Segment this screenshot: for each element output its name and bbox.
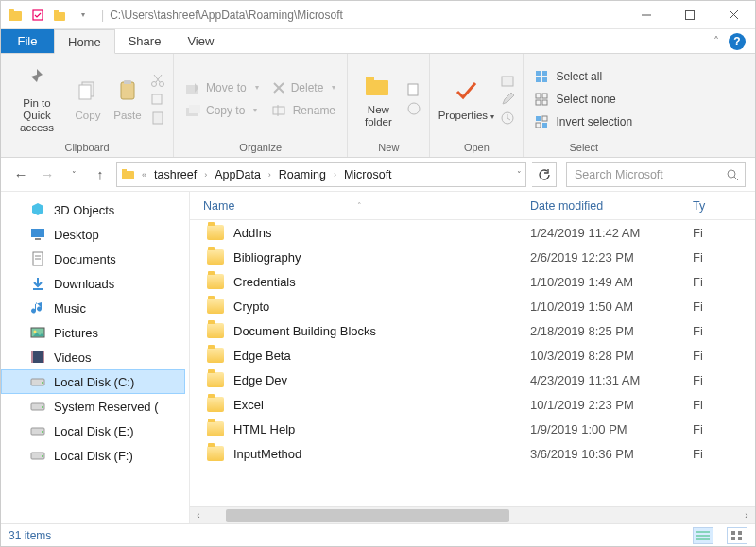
- list-item[interactable]: Document Building Blocks2/18/2019 8:25 P…: [190, 318, 755, 343]
- invert-selection-button[interactable]: Invert selection: [531, 111, 636, 133]
- maximize-button[interactable]: [668, 1, 712, 29]
- new-item-icon[interactable]: [406, 82, 421, 97]
- collapse-ribbon-icon[interactable]: ˄: [713, 35, 719, 48]
- close-button[interactable]: [712, 1, 755, 29]
- tab-share[interactable]: Share: [115, 29, 175, 53]
- svg-rect-42: [536, 123, 541, 128]
- svg-rect-2: [33, 10, 43, 20]
- tab-home[interactable]: Home: [54, 29, 115, 54]
- forward-button[interactable]: →: [37, 164, 58, 185]
- ribbon: Pin to Quick access Copy Paste Clipboard: [1, 54, 755, 158]
- crumb-1[interactable]: AppData: [211, 163, 265, 186]
- list-item[interactable]: AddIns1/24/2019 11:42 AMFi: [190, 220, 755, 245]
- recent-locations-icon[interactable]: ˅: [63, 164, 84, 185]
- open-icon[interactable]: [500, 73, 515, 88]
- list-item[interactable]: Edge Dev4/23/2019 11:31 AMFi: [190, 368, 755, 392]
- tab-file[interactable]: File: [1, 29, 54, 53]
- up-button[interactable]: ↑: [90, 164, 111, 185]
- column-name[interactable]: Name˄: [190, 199, 530, 213]
- easy-access-icon[interactable]: [406, 101, 421, 116]
- address-dropdown-icon[interactable]: ˅: [517, 170, 522, 179]
- nav-item[interactable]: Desktop: [1, 222, 185, 247]
- back-button[interactable]: ←: [10, 164, 31, 185]
- nav-item[interactable]: Music: [1, 296, 185, 320]
- file-list[interactable]: AddIns1/24/2019 11:42 AMFiBibliography2/…: [190, 220, 755, 506]
- svg-rect-49: [35, 238, 41, 240]
- nav-item[interactable]: Pictures: [1, 320, 185, 345]
- details-view-button[interactable]: [693, 527, 713, 544]
- search-input[interactable]: [573, 167, 726, 182]
- chevron-right-icon[interactable]: ›: [202, 170, 209, 179]
- chevron-right-icon[interactable]: ›: [266, 170, 273, 179]
- list-item[interactable]: Crypto1/10/2019 1:50 AMFi: [190, 294, 755, 318]
- delete-button[interactable]: Delete▾: [268, 77, 340, 99]
- svg-rect-57: [31, 351, 33, 363]
- properties-icon[interactable]: [29, 7, 46, 24]
- nav-item[interactable]: Downloads: [1, 271, 185, 296]
- nav-item-label: Local Disk (C:): [54, 375, 134, 389]
- minimize-button[interactable]: [625, 1, 668, 29]
- group-open: Properties▾ Open: [430, 54, 524, 157]
- qat-dropdown-icon[interactable]: ▾: [75, 7, 92, 24]
- copy-to-button[interactable]: Copy to▾: [181, 99, 263, 122]
- column-type[interactable]: Ty: [689, 199, 755, 213]
- qat-newfolder-icon[interactable]: [52, 7, 69, 24]
- folder-icon: [207, 299, 224, 314]
- paste-button[interactable]: Paste: [111, 72, 145, 126]
- nav-item[interactable]: Local Disk (F:): [1, 443, 185, 468]
- column-headers: Name˄ Date modified Ty: [190, 192, 755, 220]
- copy-path-icon[interactable]: [150, 92, 165, 107]
- nav-item-label: 3D Objects: [54, 203, 114, 217]
- cut-icon[interactable]: [150, 73, 165, 88]
- nav-item[interactable]: Documents: [1, 247, 185, 271]
- column-date[interactable]: Date modified: [530, 199, 689, 213]
- nav-item-label: Local Disk (E:): [54, 424, 134, 438]
- paste-shortcut-icon[interactable]: [150, 111, 165, 126]
- edit-icon[interactable]: [500, 92, 515, 107]
- svg-rect-17: [152, 94, 162, 104]
- nav-item[interactable]: 3D Objects: [1, 197, 185, 222]
- list-item[interactable]: Bibliography2/6/2019 12:23 PMFi: [190, 245, 755, 269]
- navigation-pane[interactable]: 3D ObjectsDesktopDocumentsDownloadsMusic…: [1, 192, 190, 523]
- nav-item[interactable]: Local Disk (C:): [1, 369, 185, 394]
- path-folder-icon: [121, 166, 138, 183]
- search-icon: [726, 168, 739, 181]
- list-item[interactable]: Excel10/1/2019 2:23 PMFi: [190, 392, 755, 417]
- nav-item[interactable]: System Reserved (: [1, 394, 185, 419]
- address-bar[interactable]: « tashreef› AppData› Roaming› Microsoft …: [116, 162, 526, 187]
- rename-button[interactable]: Rename: [268, 99, 340, 122]
- refresh-button[interactable]: [532, 162, 557, 187]
- list-item[interactable]: Edge Beta10/3/2019 8:28 PMFi: [190, 343, 755, 368]
- chevron-right-icon[interactable]: ›: [332, 170, 338, 179]
- crumb-3[interactable]: Microsoft: [340, 163, 396, 186]
- move-to-button[interactable]: Move to▾: [181, 77, 263, 99]
- titlebar: ▾ | C:\Users\tashreef\AppData\Roaming\Mi…: [1, 1, 755, 29]
- select-none-button[interactable]: Select none: [531, 88, 636, 111]
- svg-line-47: [734, 177, 738, 180]
- properties-button[interactable]: Properties▾: [438, 72, 494, 127]
- icons-view-button[interactable]: [727, 527, 747, 544]
- list-item[interactable]: Credentials1/10/2019 1:49 AMFi: [190, 269, 755, 294]
- new-folder-button[interactable]: New folder: [355, 66, 401, 132]
- search-box[interactable]: [566, 162, 746, 187]
- svg-rect-18: [153, 112, 163, 124]
- history-icon[interactable]: [500, 111, 515, 126]
- item-name: InputMethod: [233, 447, 301, 461]
- help-icon[interactable]: ?: [729, 33, 746, 50]
- tab-view[interactable]: View: [174, 29, 227, 53]
- item-date: 1/10/2019 1:50 AM: [530, 299, 689, 314]
- svg-rect-34: [536, 77, 541, 82]
- svg-rect-24: [273, 107, 284, 114]
- select-all-button[interactable]: Select all: [531, 65, 636, 88]
- pin-to-quick-access-button[interactable]: Pin to Quick access: [9, 60, 65, 138]
- svg-rect-40: [536, 116, 541, 121]
- copy-button[interactable]: Copy: [71, 72, 105, 126]
- nav-item[interactable]: Videos: [1, 345, 185, 369]
- list-item[interactable]: InputMethod3/6/2019 10:36 PMFi: [190, 441, 755, 466]
- nav-item[interactable]: Local Disk (E:): [1, 419, 185, 443]
- crumb-0[interactable]: tashreef: [150, 163, 200, 186]
- list-item[interactable]: HTML Help1/9/2019 1:00 PMFi: [190, 417, 755, 441]
- crumb-2[interactable]: Roaming: [275, 163, 330, 186]
- horizontal-scrollbar[interactable]: ‹›: [190, 506, 755, 523]
- folder-icon: [207, 372, 224, 387]
